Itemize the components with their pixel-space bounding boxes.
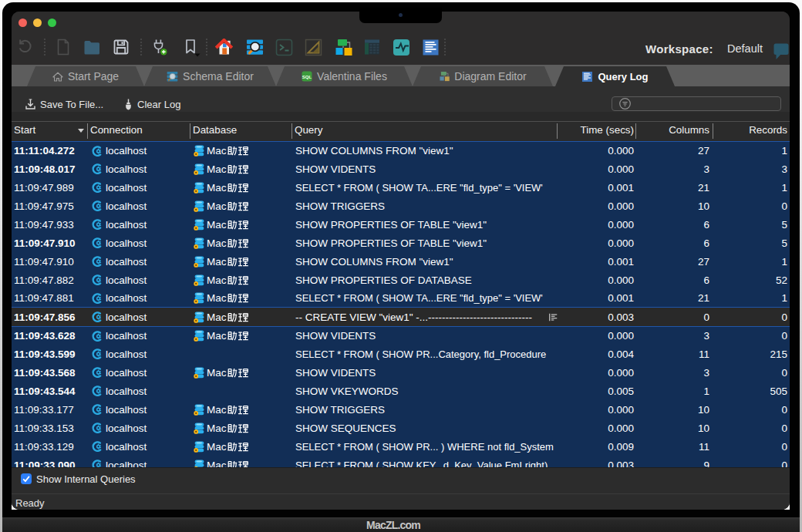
svg-text:SQL: SQL — [302, 75, 312, 79]
